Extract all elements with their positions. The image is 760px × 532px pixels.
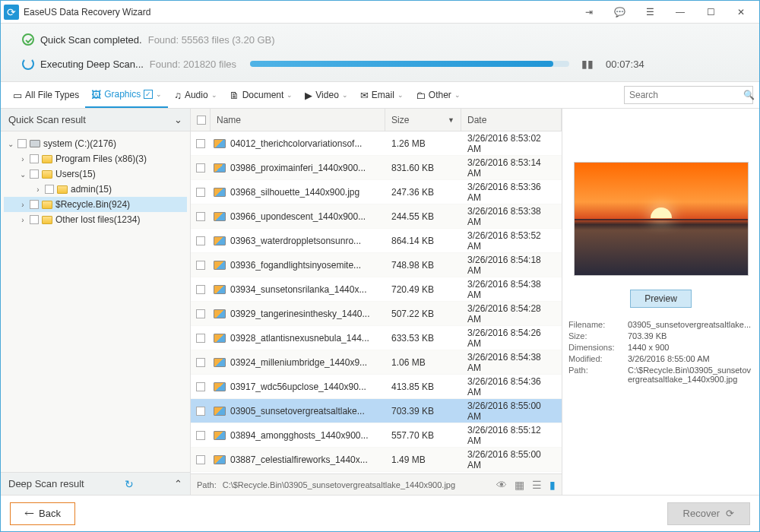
file-checkbox[interactable] xyxy=(196,212,205,221)
search-box[interactable]: 🔍 xyxy=(624,86,753,104)
music-icon: ♫ xyxy=(174,90,182,101)
file-row[interactable]: 03905_sunsetovergreatsaltlake... 703.39 … xyxy=(191,399,562,423)
pause-button[interactable]: ▮▮ xyxy=(581,58,594,70)
quick-scan-header[interactable]: Quick Scan result ⌄ xyxy=(1,109,190,131)
filter-graphics[interactable]: 🖼Graphics✓⌄ xyxy=(85,82,168,108)
meta-filename-label: Filename: xyxy=(568,320,628,329)
filter-email[interactable]: ✉Email⌄ xyxy=(354,82,410,108)
filter-video[interactable]: ▶Video⌄ xyxy=(299,82,353,108)
file-row[interactable]: 03917_wdc56upclose_1440x90... 413.85 KB … xyxy=(191,375,562,399)
folder-icon xyxy=(42,216,52,224)
filter-audio[interactable]: ♫Audio⌄ xyxy=(168,82,223,108)
deep-scan-header[interactable]: Deep Scan result ↻ ⌃ xyxy=(1,472,190,495)
search-input[interactable] xyxy=(629,90,743,100)
file-date: 3/26/2016 8:53:02 AM xyxy=(461,133,562,154)
spinner-icon xyxy=(22,58,34,70)
list-view-icon[interactable]: ☰ xyxy=(532,479,542,491)
file-size: 633.53 KB xyxy=(385,333,461,344)
column-headers: Name Size▼ Date xyxy=(191,109,562,131)
file-checkbox[interactable] xyxy=(196,188,205,197)
path-value: C:\$Recycle.Bin\03905_sunsetovergreatsal… xyxy=(223,480,455,489)
minimize-button[interactable]: — xyxy=(665,1,695,24)
file-checkbox[interactable] xyxy=(196,407,205,416)
file-row[interactable]: 03928_atlantisnexusnebula_144... 633.53 … xyxy=(191,326,562,350)
file-row[interactable]: 03963_waterdroppletsonsunro... 864.14 KB… xyxy=(191,229,562,253)
file-list-panel: Name Size▼ Date 04012_therichcolorvariat… xyxy=(191,109,562,495)
file-name: 03986_proximainferi_1440x900... xyxy=(230,163,366,173)
file-checkbox[interactable] xyxy=(196,431,205,440)
image-file-icon xyxy=(214,163,226,173)
file-checkbox[interactable] xyxy=(196,455,205,464)
detail-view-icon[interactable]: ▮ xyxy=(549,479,556,491)
file-checkbox[interactable] xyxy=(196,285,205,294)
file-checkbox[interactable] xyxy=(196,139,205,148)
chevron-down-icon[interactable]: ⌄ xyxy=(174,114,182,125)
file-checkbox[interactable] xyxy=(196,382,205,391)
file-date: 3/26/2016 8:54:36 AM xyxy=(461,376,562,397)
tree-node-users[interactable]: ⌄Users(15) xyxy=(4,166,187,182)
tree-node-system[interactable]: ⌄system (C:)(2176) xyxy=(4,136,187,151)
image-file-icon xyxy=(214,139,226,148)
maximize-button[interactable]: ☐ xyxy=(695,1,726,24)
filter-other[interactable]: 🗀Other⌄ xyxy=(410,82,467,108)
filter-all[interactable]: ▭All File Types xyxy=(7,82,85,108)
file-row[interactable]: 03968_silhouette_1440x900.jpg 247.36 KB … xyxy=(191,180,562,204)
export-icon[interactable]: ⇥ xyxy=(574,1,604,24)
refresh-icon[interactable]: ↻ xyxy=(125,478,134,490)
file-row[interactable]: 03929_tangerinesinthesky_1440... 507.22 … xyxy=(191,302,562,326)
menu-icon[interactable]: ☰ xyxy=(635,1,665,24)
file-row[interactable]: 03966_upondescent_1440x900... 244.55 KB … xyxy=(191,204,562,229)
file-row[interactable]: 03936_fogandlightsinyosemite... 748.98 K… xyxy=(191,253,562,277)
feedback-icon[interactable]: 💬 xyxy=(604,1,635,24)
file-row[interactable]: 03894_amongghosts_1440x900... 557.70 KB … xyxy=(191,423,562,448)
file-date: 3/26/2016 8:54:38 AM xyxy=(461,352,562,373)
file-checkbox[interactable] xyxy=(196,261,205,270)
image-file-icon xyxy=(214,431,226,440)
tree-node-recyclebin[interactable]: ›$Recycle.Bin(924) xyxy=(4,197,187,212)
image-file-icon xyxy=(214,334,226,343)
file-row[interactable]: 03934_sunsetonsrilanka_1440x... 720.49 K… xyxy=(191,277,562,302)
file-date: 3/26/2016 8:54:28 AM xyxy=(461,303,562,325)
image-file-icon xyxy=(214,309,226,318)
search-icon[interactable]: 🔍 xyxy=(743,90,755,100)
folder-icon xyxy=(42,155,52,163)
elapsed-time: 00:07:34 xyxy=(606,59,644,70)
filetype-toolbar: ▭All File Types 🖼Graphics✓⌄ ♫Audio⌄ 🗎Doc… xyxy=(1,81,759,109)
eye-icon[interactable]: 👁 xyxy=(496,479,507,491)
filter-document[interactable]: 🗎Document⌄ xyxy=(223,82,299,108)
grid-view-icon[interactable]: ▦ xyxy=(515,479,524,491)
file-size: 557.70 KB xyxy=(385,430,461,441)
select-all-checkbox[interactable] xyxy=(197,116,206,125)
tree-node-admin[interactable]: ›admin(15) xyxy=(4,182,187,197)
close-button[interactable]: ✕ xyxy=(726,1,756,24)
titlebar: ⟳ EaseUS Data Recovery Wizard ⇥ 💬 ☰ — ☐ … xyxy=(1,1,759,24)
status-area: Quick Scan completed. Found: 55563 files… xyxy=(1,24,759,81)
file-checkbox[interactable] xyxy=(196,236,205,245)
file-checkbox[interactable] xyxy=(196,334,205,343)
file-checkbox[interactable] xyxy=(196,358,205,367)
file-row[interactable]: 04012_therichcolorvariationsof... 1.26 M… xyxy=(191,131,562,156)
file-date: 3/26/2016 8:53:36 AM xyxy=(461,182,562,203)
deep-scan-found: Found: 201820 files xyxy=(150,59,236,70)
preview-button[interactable]: Preview xyxy=(630,290,692,308)
chevron-up-icon[interactable]: ⌃ xyxy=(174,478,182,489)
back-button[interactable]: 🡐 Back xyxy=(10,502,75,525)
file-metadata: Filename:03905_sunsetovergreatsaltlake..… xyxy=(568,320,753,384)
check-icon xyxy=(22,33,34,46)
col-date[interactable]: Date xyxy=(461,109,562,131)
recover-button[interactable]: Recover ⟳ xyxy=(667,502,750,525)
file-row[interactable]: 03986_proximainferi_1440x900... 831.60 K… xyxy=(191,156,562,180)
file-row[interactable]: 03887_celestialfireworks_1440x... 1.49 M… xyxy=(191,448,562,472)
col-name[interactable]: Name xyxy=(211,109,385,131)
file-checkbox[interactable] xyxy=(196,309,205,318)
file-size: 748.98 KB xyxy=(385,260,461,271)
tree-node-programfiles[interactable]: ›Program Files (x86)(3) xyxy=(4,151,187,166)
file-checkbox[interactable] xyxy=(196,163,205,173)
file-date: 3/26/2016 8:55:00 AM xyxy=(461,401,562,422)
image-file-icon xyxy=(214,382,226,391)
tree-node-otherlost[interactable]: ›Other lost files(1234) xyxy=(4,212,187,227)
file-row[interactable]: 03924_milleniumbridge_1440x9... 1.06 MB … xyxy=(191,350,562,375)
file-name: 03887_celestialfireworks_1440x... xyxy=(230,454,368,465)
col-size[interactable]: Size▼ xyxy=(385,109,461,131)
image-file-icon xyxy=(214,261,226,270)
